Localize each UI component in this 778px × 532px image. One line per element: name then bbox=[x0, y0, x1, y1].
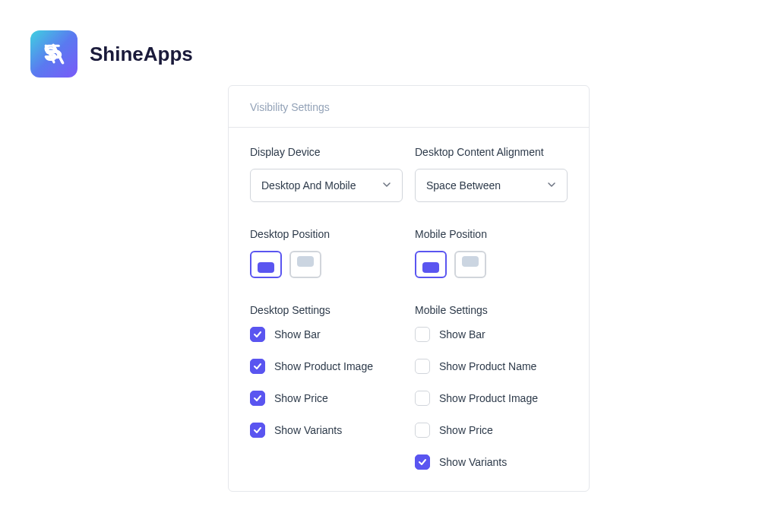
desktop-checkbox-row[interactable]: Show Variants bbox=[250, 423, 403, 438]
brand-header: S A ShineApps bbox=[30, 30, 193, 78]
display-device-value: Desktop And Mobile bbox=[261, 179, 356, 192]
desktop-checkbox-row[interactable]: Show Bar bbox=[250, 327, 403, 342]
panel-body: Display Device Desktop And Mobile Deskto… bbox=[229, 128, 589, 491]
brand-logo-icon: S A bbox=[30, 30, 77, 78]
checkbox-icon bbox=[415, 327, 430, 342]
desktop-settings-label: Desktop Settings bbox=[250, 304, 403, 316]
desktop-position-field: Desktop Position bbox=[250, 228, 403, 278]
mobile-checkbox-row[interactable]: Show Product Name bbox=[415, 359, 568, 374]
checkbox-label: Show Bar bbox=[439, 328, 485, 340]
brand-name: ShineApps bbox=[90, 43, 193, 66]
position-pill-icon bbox=[258, 262, 274, 273]
checkbox-label: Show Product Name bbox=[439, 360, 536, 372]
checkbox-icon bbox=[415, 423, 430, 438]
mobile-position-group bbox=[415, 251, 568, 278]
desktop-settings-list: Show BarShow Product ImageShow PriceShow… bbox=[250, 327, 403, 438]
display-device-field: Display Device Desktop And Mobile bbox=[250, 146, 403, 202]
checkbox-icon bbox=[415, 454, 430, 470]
checkbox-icon bbox=[415, 391, 430, 406]
mobile-position-bottom[interactable] bbox=[415, 251, 447, 278]
checkbox-label: Show Price bbox=[439, 424, 493, 436]
mobile-position-top[interactable] bbox=[454, 251, 486, 278]
mobile-settings-list: Show BarShow Product NameShow Product Im… bbox=[415, 327, 568, 470]
chevron-down-icon bbox=[547, 179, 556, 192]
checkbox-label: Show Variants bbox=[439, 456, 507, 468]
mobile-position-field: Mobile Position bbox=[415, 228, 568, 278]
mobile-checkbox-row[interactable]: Show Product Image bbox=[415, 391, 568, 406]
panel-header: Visibility Settings bbox=[229, 86, 589, 128]
content-alignment-field: Desktop Content Alignment Space Between bbox=[415, 146, 568, 202]
checkbox-icon bbox=[250, 327, 265, 342]
checkbox-icon bbox=[415, 359, 430, 374]
desktop-position-group bbox=[250, 251, 403, 278]
position-pill-icon bbox=[297, 256, 314, 267]
desktop-checkbox-row[interactable]: Show Price bbox=[250, 391, 403, 406]
content-alignment-value: Space Between bbox=[426, 179, 501, 192]
checkbox-label: Show Variants bbox=[274, 424, 342, 436]
content-alignment-label: Desktop Content Alignment bbox=[415, 146, 568, 158]
panel-title: Visibility Settings bbox=[250, 101, 568, 113]
checkbox-label: Show Bar bbox=[274, 328, 321, 340]
checkbox-icon bbox=[250, 359, 265, 374]
checkbox-label: Show Price bbox=[274, 392, 328, 404]
position-pill-icon bbox=[462, 256, 479, 267]
mobile-checkbox-row[interactable]: Show Variants bbox=[415, 454, 568, 470]
display-device-label: Display Device bbox=[250, 146, 403, 158]
mobile-position-label: Mobile Position bbox=[415, 228, 568, 240]
mobile-checkbox-row[interactable]: Show Price bbox=[415, 423, 568, 438]
checkbox-icon bbox=[250, 391, 265, 406]
mobile-checkbox-row[interactable]: Show Bar bbox=[415, 327, 568, 342]
checkbox-label: Show Product Image bbox=[274, 360, 373, 372]
visibility-settings-panel: Visibility Settings Display Device Deskt… bbox=[228, 85, 590, 492]
checkbox-label: Show Product Image bbox=[439, 392, 538, 404]
desktop-checkbox-row[interactable]: Show Product Image bbox=[250, 359, 403, 374]
display-device-select[interactable]: Desktop And Mobile bbox=[250, 169, 403, 202]
mobile-settings-label: Mobile Settings bbox=[415, 304, 568, 316]
checkbox-icon bbox=[250, 423, 265, 438]
content-alignment-select[interactable]: Space Between bbox=[415, 169, 568, 202]
desktop-position-label: Desktop Position bbox=[250, 228, 403, 240]
mobile-settings-section: Mobile Settings Show BarShow Product Nam… bbox=[415, 304, 568, 470]
position-pill-icon bbox=[422, 262, 439, 273]
desktop-position-top[interactable] bbox=[289, 251, 321, 278]
chevron-down-icon bbox=[382, 179, 391, 192]
desktop-settings-section: Desktop Settings Show BarShow Product Im… bbox=[250, 304, 403, 470]
sa-mark-icon: S A bbox=[40, 40, 68, 68]
desktop-position-bottom[interactable] bbox=[250, 251, 282, 278]
